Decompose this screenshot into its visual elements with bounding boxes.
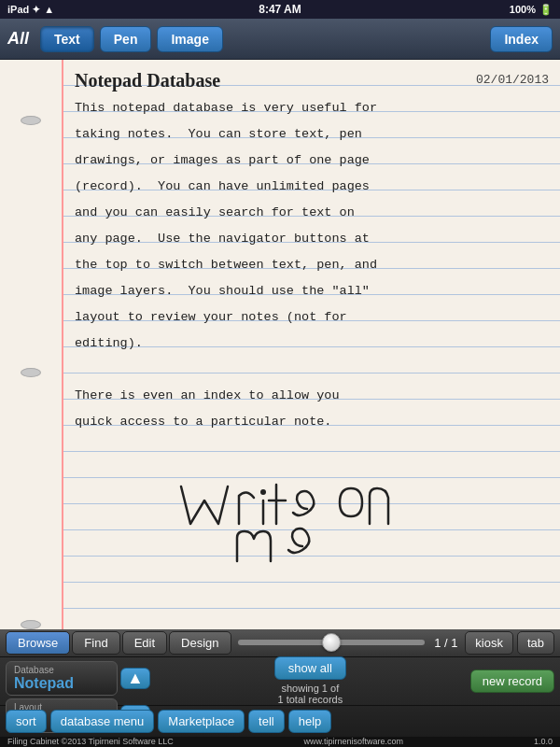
battery-label: 100% xyxy=(510,4,536,15)
browse-button[interactable]: Browse xyxy=(6,631,70,655)
wifi-icon: ▲ xyxy=(44,4,54,15)
database-value: Notepad xyxy=(14,675,109,692)
find-button[interactable]: Find xyxy=(72,631,119,655)
page-title: Notepad Database xyxy=(75,67,220,93)
database-arrow[interactable]: ▲ xyxy=(120,668,150,689)
status-bar: iPad ✦ ▲ 8:47 AM 100% 🔋 xyxy=(0,0,560,19)
tell-button[interactable]: tell xyxy=(248,710,285,733)
action-row: sort database menu Marketplace tell help xyxy=(0,706,560,737)
status-left: iPad ✦ ▲ xyxy=(7,4,54,16)
text-button[interactable]: Text xyxy=(40,26,94,52)
design-button[interactable]: Design xyxy=(169,631,231,655)
bottom-bar: Browse Find Edit Design 1 / 1 kiosk tab … xyxy=(0,629,560,747)
kiosk-tab-buttons: kiosk tab xyxy=(465,631,554,655)
status-time: 8:47 AM xyxy=(259,3,301,16)
database-menu-button[interactable]: database menu xyxy=(50,710,155,733)
battery-icon: 🔋 xyxy=(539,4,553,16)
help-button[interactable]: help xyxy=(288,710,332,733)
image-button[interactable]: Image xyxy=(157,26,222,52)
footer-right: www.tipirnenisoftware.com xyxy=(304,737,404,746)
ipad-label: iPad ✦ xyxy=(7,4,40,16)
database-row: Database Notepad ▲ Layout all ▲ show all… xyxy=(0,657,560,706)
pen-button[interactable]: Pen xyxy=(100,26,152,52)
slider-area: 1 / 1 xyxy=(233,636,464,650)
tab-button[interactable]: tab xyxy=(517,631,554,655)
index-button[interactable]: Index xyxy=(490,26,553,52)
page-header: Notepad Database 02/01/2013 xyxy=(75,67,549,93)
handwriting-svg xyxy=(162,449,461,580)
footer-bar: Filing Cabinet ©2013 Tipirneni Software … xyxy=(0,737,560,747)
hole-punch-middle xyxy=(21,368,41,377)
page-date: 02/01/2013 xyxy=(476,67,549,93)
hole-punch-top xyxy=(21,116,41,125)
footer-version: 1.0.0 xyxy=(534,737,553,746)
show-all-button[interactable]: show all xyxy=(274,656,346,680)
svg-point-0 xyxy=(260,489,266,495)
db-middle: show all showing 1 of 1 total records xyxy=(154,661,467,701)
nav-row: Browse Find Edit Design 1 / 1 kiosk tab xyxy=(0,629,560,657)
paper-content: Notepad Database 02/01/2013 This notepad… xyxy=(63,60,560,629)
progress-thumb[interactable] xyxy=(322,633,341,652)
sort-button[interactable]: sort xyxy=(6,710,47,733)
left-margin xyxy=(0,60,63,629)
database-selector[interactable]: Database Notepad xyxy=(6,661,118,696)
toolbar: All Text Pen Image Index xyxy=(0,19,560,60)
handwriting-area xyxy=(75,435,549,594)
marketplace-button[interactable]: Marketplace xyxy=(158,710,245,733)
showing-text: showing 1 of 1 total records xyxy=(277,683,343,705)
notepad-area: Notepad Database 02/01/2013 This notepad… xyxy=(0,60,560,629)
database-label: Database xyxy=(14,665,109,675)
footer-left: Filing Cabinet ©2013 Tipirneni Software … xyxy=(7,737,174,746)
progress-slider[interactable] xyxy=(238,640,425,645)
new-record-button[interactable]: new record xyxy=(470,669,554,693)
page-body[interactable]: This notepad database is very useful for… xyxy=(75,95,549,435)
all-label: All xyxy=(7,29,29,49)
page-count: 1 / 1 xyxy=(434,636,457,650)
edit-button[interactable]: Edit xyxy=(122,631,167,655)
status-right: 100% 🔋 xyxy=(510,4,553,16)
kiosk-button[interactable]: kiosk xyxy=(465,631,513,655)
hole-punch-bottom xyxy=(21,620,41,629)
